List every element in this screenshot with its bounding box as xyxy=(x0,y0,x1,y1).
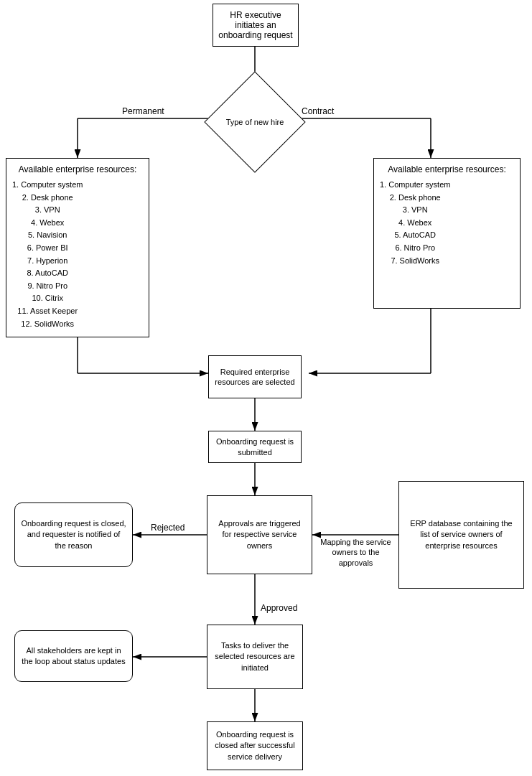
permanent-resources-box: Available enterprise resources: 1. Compu… xyxy=(6,158,149,337)
rejected-box-label: Onboarding request is closed, and reques… xyxy=(21,518,126,551)
selected-label: Required enterprise resources are select… xyxy=(213,367,297,388)
start-box: HR executive initiates an onboarding req… xyxy=(213,4,299,47)
flowchart-diagram: HR executive initiates an onboarding req… xyxy=(0,0,532,776)
approvals-label: Approvals are triggered for respective s… xyxy=(213,518,306,551)
perm-resources-list: 1. Computer system 2. Desk phone 3. VPN … xyxy=(12,179,83,330)
start-label: HR executive initiates an onboarding req… xyxy=(217,10,294,40)
stakeholders-label: All stakeholders are kept in the loop ab… xyxy=(21,645,126,668)
rejected-box: Onboarding request is closed, and reques… xyxy=(14,502,133,567)
cont-resources-list: 1. Computer system 2. Desk phone 3. VPN … xyxy=(380,179,450,267)
diamond-container: Type of new hire xyxy=(219,86,291,158)
erp-box: ERP database containing the list of serv… xyxy=(398,481,524,589)
approved-label: Approved xyxy=(261,603,297,613)
stakeholders-box: All stakeholders are kept in the loop ab… xyxy=(14,630,133,682)
contract-label: Contract xyxy=(302,106,334,116)
diamond-label: Type of new hire xyxy=(226,117,284,127)
closed-box: Onboarding request is closed after succe… xyxy=(207,721,303,770)
selected-box: Required enterprise resources are select… xyxy=(208,355,302,398)
closed-label: Onboarding request is closed after succe… xyxy=(213,729,297,762)
permanent-label: Permanent xyxy=(122,106,164,116)
cont-resources-title: Available enterprise resources: xyxy=(380,164,514,174)
contract-resources-box: Available enterprise resources: 1. Compu… xyxy=(373,158,521,309)
tasks-label: Tasks to deliver the selected resources … xyxy=(213,640,297,673)
submitted-box: Onboarding request is submitted xyxy=(208,431,302,463)
erp-label: ERP database containing the list of serv… xyxy=(405,518,518,551)
tasks-box: Tasks to deliver the selected resources … xyxy=(207,625,303,689)
submitted-label: Onboarding request is submitted xyxy=(213,436,297,457)
approvals-box: Approvals are triggered for respective s… xyxy=(207,495,312,574)
mapping-label: Mapping the service owners to the approv… xyxy=(314,537,397,568)
rejected-label: Rejected xyxy=(151,523,185,533)
perm-resources-title: Available enterprise resources: xyxy=(12,164,143,174)
